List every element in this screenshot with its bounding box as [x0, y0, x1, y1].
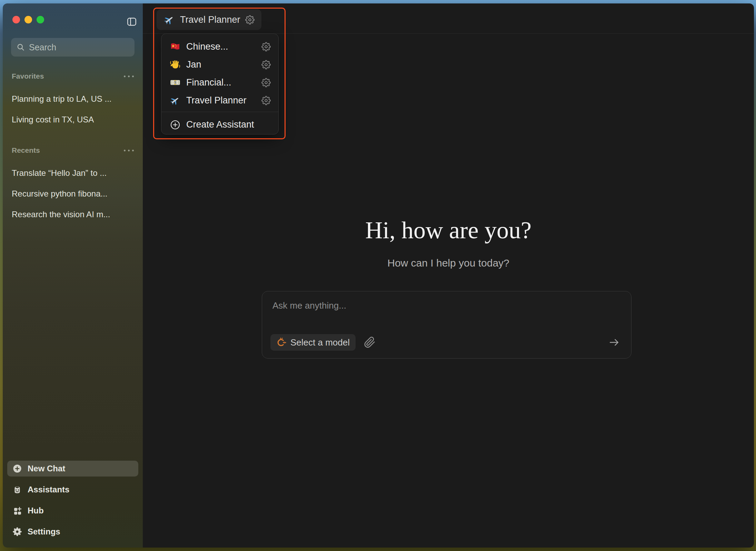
- menu-item-label: Jan: [186, 59, 256, 70]
- new-chat-button[interactable]: New Chat: [7, 461, 138, 477]
- message-input[interactable]: [272, 300, 621, 322]
- hub-label: Hub: [28, 506, 44, 515]
- minimize-button[interactable]: [24, 16, 32, 23]
- sidebar-nav: New Chat Assistants: [7, 461, 138, 540]
- recents-header: Recents: [3, 145, 143, 156]
- assistant-gear-icon[interactable]: [245, 15, 255, 24]
- assistant-selector-button[interactable]: Travel Planner: [157, 9, 261, 30]
- select-model-label: Select a model: [290, 337, 350, 348]
- assistant-dropdown-menu: Chinese...: [161, 33, 279, 134]
- grid-plus-icon: [12, 506, 22, 515]
- sidebar-toggle-icon[interactable]: [127, 17, 137, 27]
- plus-circle-outline-icon: [170, 119, 181, 130]
- close-button[interactable]: [12, 16, 20, 23]
- hub-button[interactable]: Hub: [7, 503, 138, 519]
- svg-text:$: $: [174, 81, 176, 84]
- greeting-title: Hi, how are you?: [143, 217, 754, 244]
- message-composer: Select a model: [262, 291, 631, 359]
- robot-icon: [12, 485, 22, 494]
- favorites-list: Planning a trip to LA, US ... Living cos…: [3, 89, 143, 130]
- list-item[interactable]: Living cost in TX, USA: [3, 109, 143, 130]
- assistants-button[interactable]: Assistants: [7, 482, 138, 498]
- recents-label: Recents: [12, 146, 40, 154]
- menu-item-label: Travel Planner: [186, 95, 256, 106]
- composer-toolbar: Select a model: [270, 334, 621, 351]
- money-banknote-icon: $: [170, 77, 181, 88]
- new-chat-label: New Chat: [28, 464, 65, 473]
- china-flag-icon: [170, 41, 181, 52]
- recents-more-icon[interactable]: [124, 150, 134, 151]
- app-window: Favorites Planning a trip to LA, US ... …: [3, 3, 754, 548]
- gear-icon: [12, 527, 22, 537]
- select-model-button[interactable]: Select a model: [270, 334, 356, 351]
- sidebar: Favorites Planning a trip to LA, US ... …: [3, 3, 143, 548]
- create-assistant-label: Create Assistant: [186, 119, 254, 130]
- gear-icon[interactable]: [261, 78, 271, 87]
- list-item[interactable]: Research the vision AI m...: [3, 204, 143, 225]
- airplane-icon: [163, 14, 175, 26]
- gear-icon[interactable]: [261, 96, 271, 105]
- chat-main: Travel Planner: [143, 3, 754, 548]
- menu-item-label: Financial...: [186, 77, 256, 88]
- search-icon: [17, 43, 25, 51]
- waving-hand-icon: [170, 59, 181, 70]
- paperclip-icon[interactable]: [364, 337, 376, 348]
- favorites-label: Favorites: [12, 72, 44, 80]
- plus-circle-icon: [12, 464, 22, 473]
- list-item[interactable]: Planning a trip to LA, US ...: [3, 89, 143, 109]
- list-item[interactable]: Recursive python fibona...: [3, 183, 143, 204]
- greeting-subtitle: How can I help you today?: [143, 257, 754, 269]
- search-input[interactable]: [29, 42, 129, 52]
- assistants-label: Assistants: [28, 485, 69, 494]
- search-box[interactable]: [11, 38, 135, 57]
- menu-item-jan[interactable]: Jan: [161, 56, 278, 73]
- menu-item-travel-planner[interactable]: Travel Planner: [161, 91, 278, 109]
- recents-list: Translate “Hello Jan” to ... Recursive p…: [3, 163, 143, 225]
- favorites-header: Favorites: [3, 71, 143, 81]
- menu-item-chinese[interactable]: Chinese...: [161, 38, 278, 56]
- favorites-more-icon[interactable]: [124, 76, 134, 77]
- settings-label: Settings: [28, 527, 60, 537]
- airplane-icon: [170, 95, 181, 106]
- menu-item-label: Chinese...: [186, 41, 256, 52]
- send-arrow-icon[interactable]: [608, 336, 621, 349]
- llama-icon: [276, 337, 287, 348]
- gear-icon[interactable]: [261, 42, 271, 51]
- gear-icon[interactable]: [261, 60, 271, 69]
- window-controls: [12, 16, 44, 23]
- assistant-selector-label: Travel Planner: [180, 14, 240, 25]
- menu-item-financial[interactable]: $ Financial...: [161, 73, 278, 91]
- create-assistant-button[interactable]: Create Assistant: [161, 112, 278, 137]
- settings-button[interactable]: Settings: [7, 524, 138, 540]
- list-item[interactable]: Translate “Hello Jan” to ...: [3, 163, 143, 183]
- zoom-button[interactable]: [37, 16, 44, 23]
